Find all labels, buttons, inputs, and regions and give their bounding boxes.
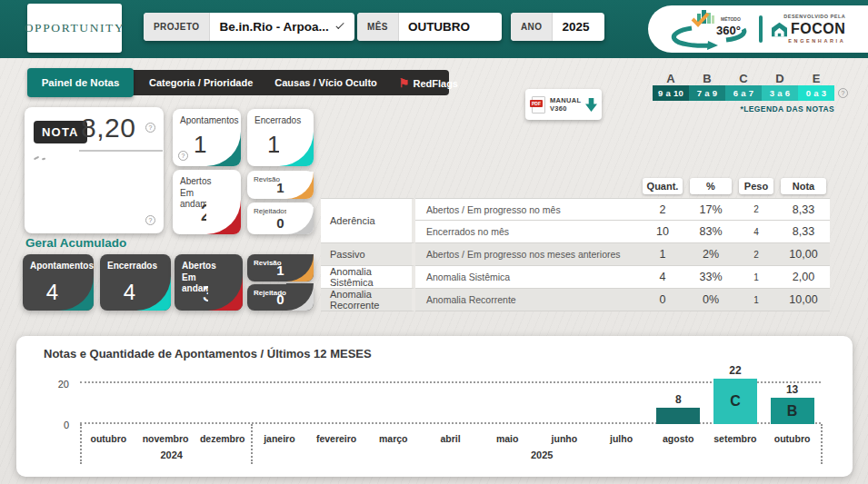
corner-swoosh: [208, 276, 243, 311]
chart-column: [194, 342, 251, 424]
chart-bar[interactable]: [656, 408, 700, 424]
card-label: Apontamentos: [173, 109, 241, 127]
corner-swoosh: [279, 132, 314, 166]
download-arrow-icon: [585, 98, 597, 112]
chart-column: [80, 342, 137, 424]
tab-causas-vicio-oculto[interactable]: Causas / Vício Oculto: [264, 77, 387, 88]
dashboard: OPPORTUNITY PROJETO Be.in.Rio - Arpoa...…: [0, 0, 868, 484]
nota-card: NOTA 8,20: [25, 107, 164, 233]
x-tick-label: novembro: [137, 433, 195, 444]
focon-subtitle: ENGENHARIA: [788, 38, 845, 44]
card-apontamentos[interactable]: Apontamentos 13: [173, 109, 241, 166]
geral-card-encerrados[interactable]: Encerrados 41: [100, 254, 171, 311]
manual-v360-download-button[interactable]: MANUAL V360: [525, 89, 602, 120]
info-icon[interactable]: [145, 215, 155, 225]
chart-plot: 20 0 822C13B: [80, 342, 821, 424]
tab-redflags[interactable]: RedFlags: [388, 76, 469, 90]
card-label: Encerrados: [100, 254, 171, 272]
chart-column: [251, 342, 308, 424]
nota-underline: [79, 150, 163, 152]
table-row: Anomalia Recorrente Anomalia Recorrente …: [321, 289, 830, 311]
bar-value-label: 13: [786, 383, 798, 396]
top-header: OPPORTUNITY PROJETO Be.in.Rio - Arpoa...…: [0, 0, 868, 58]
desc-cell: Encerrados no mês: [415, 221, 639, 243]
table-row: Aderência Abertos / Em progresso no mês …: [321, 198, 830, 221]
manual-line1: MANUAL: [550, 96, 581, 104]
x-tick-label: junho: [536, 433, 594, 444]
x-tick-label: maio: [479, 433, 536, 444]
category-cell: Aderência: [321, 198, 415, 243]
corner-swoosh: [59, 276, 94, 311]
nota-cell: 8,33: [777, 198, 830, 221]
y-tick-label: 20: [58, 379, 69, 390]
column-header-pct: %: [690, 178, 732, 194]
table-row: Anomalia Sistêmica Anomalia Sistêmica 4 …: [321, 266, 830, 289]
desc-cell: Anomalia Sistêmica: [415, 266, 639, 289]
project-dropdown[interactable]: PROJETO Be.in.Rio - Arpoa...: [144, 13, 354, 41]
year-value: 2025: [553, 20, 598, 34]
sketch-marks: [34, 155, 48, 163]
legend-range: 6 a 7: [725, 85, 762, 101]
card-rejeitados[interactable]: Rejeitados 0: [247, 202, 314, 234]
card-encerrados[interactable]: Encerrados 10: [247, 109, 314, 166]
x-tick-label: outubro: [80, 433, 137, 444]
category-cell: Anomalia Recorrente: [321, 289, 415, 311]
tab-categoria-prioridade[interactable]: Categoria / Prioridade: [138, 77, 264, 88]
corner-swoosh: [286, 172, 314, 199]
year-label: ANO: [511, 13, 553, 41]
card-label: Encerrados: [247, 109, 314, 127]
legend-letter: C: [725, 72, 762, 85]
bar-value-label: 22: [729, 364, 741, 377]
chart-year-row: 20242025: [80, 449, 821, 460]
tab-bar: Categoria / Prioridade Causas / Vício Oc…: [129, 70, 449, 95]
pct-cell: 2%: [686, 243, 735, 266]
quant-cell: 4: [639, 266, 686, 289]
peso-cell: 2: [735, 243, 777, 266]
chart-column: [422, 342, 479, 424]
peso-cell: 1: [735, 289, 777, 311]
red-flag-icon: [399, 76, 410, 90]
geral-card-revisao[interactable]: Revisão 1: [247, 254, 314, 282]
year-filter[interactable]: ANO 2025: [511, 13, 604, 41]
geral-card-apontamentos[interactable]: Apontamentos 45: [23, 254, 94, 311]
nota-cell: 10,00: [777, 289, 830, 311]
tab-painel-de-notas[interactable]: Painel de Notas: [27, 68, 134, 97]
pct-cell: 83%: [686, 221, 735, 243]
column-header-nota: Nota: [781, 178, 826, 194]
card-label: Apontamentos: [23, 254, 94, 272]
manual-line2: V360: [550, 104, 567, 113]
info-icon[interactable]: [145, 123, 155, 133]
chart-column: [137, 342, 195, 424]
geral-card-abertos[interactable]: AbertosEm andamento 3: [175, 254, 243, 311]
card-abertos-em-andamento[interactable]: AbertosEm andamento 2: [173, 170, 241, 234]
geral-card-rejeitados[interactable]: Rejeitados 0: [247, 284, 314, 311]
chart-bar[interactable]: B: [771, 398, 814, 424]
chart-bar[interactable]: C: [713, 379, 757, 424]
pct-cell: 0%: [686, 289, 735, 311]
card-revisao[interactable]: Revisão 1: [247, 171, 314, 199]
x-tick-label: setembro: [707, 433, 764, 444]
column-header-quant: Quant.: [643, 178, 683, 194]
legend-caption: *LEGENDA DAS NOTAS: [653, 104, 834, 114]
y-tick-label: 0: [64, 420, 69, 430]
month-filter[interactable]: MÊS OUTUBRO: [357, 13, 502, 41]
corner-swoosh: [286, 207, 314, 234]
nota-cell: 8,33: [777, 221, 830, 243]
info-icon[interactable]: [838, 88, 848, 98]
legend-letter: A: [653, 72, 689, 85]
x-tick-label: outubro: [763, 433, 821, 444]
chart-column: [536, 342, 594, 424]
quant-cell: 2: [639, 198, 686, 221]
quant-cell: 10: [639, 221, 686, 243]
nota-cell: 10,00: [777, 243, 830, 266]
brand-logos: MÉTODO 360° DESENVOLVIDO PELA FOCON ENGE…: [648, 5, 868, 53]
info-icon[interactable]: [178, 151, 188, 161]
project-label: PROJETO: [144, 13, 210, 41]
chart-column: 22C: [707, 342, 764, 424]
corner-swoosh: [206, 200, 241, 234]
legend-letter: D: [762, 72, 798, 85]
peso-cell: 1: [735, 266, 777, 289]
month-label: MÊS: [357, 13, 399, 41]
focon-logo: DESENVOLVIDO PELA FOCON ENGENHARIA: [771, 14, 845, 44]
focon-name: FOCON: [791, 20, 845, 38]
